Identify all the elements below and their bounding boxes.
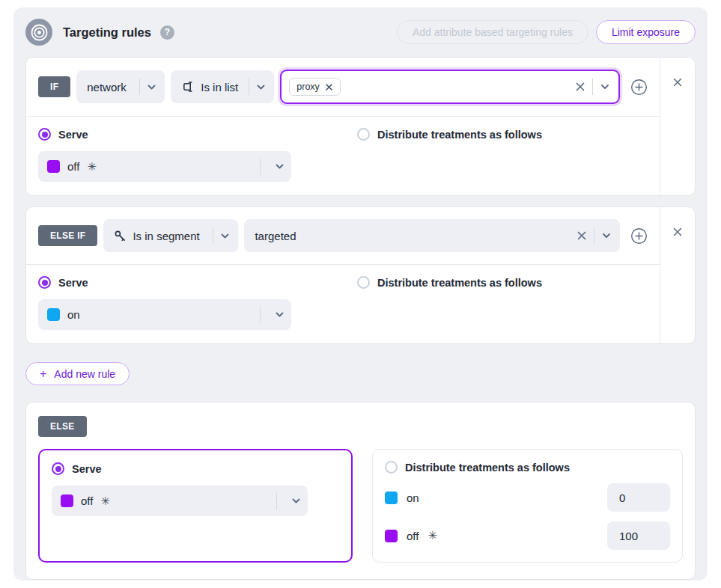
- distribution-row-on: on: [385, 483, 670, 512]
- chevron-down-icon[interactable]: [599, 81, 611, 93]
- rule1-values-input[interactable]: proxy: [280, 70, 620, 104]
- panel-header: Targeting rules ? Add attribute based ta…: [25, 15, 696, 49]
- rule1-serve-radio[interactable]: [38, 128, 51, 141]
- delete-rule-icon[interactable]: [672, 227, 683, 237]
- treatment-label: on: [407, 491, 419, 504]
- page-title: Targeting rules: [63, 25, 151, 40]
- else-serve-panel: Serve off ✳: [38, 449, 353, 563]
- treatment-swatch: [47, 160, 60, 173]
- rule1-matcher-value: Is in list: [201, 81, 238, 94]
- rule2-distribute-radio[interactable]: [357, 276, 370, 289]
- rule2-side-column: [660, 207, 695, 343]
- chevron-down-icon[interactable]: [219, 230, 231, 242]
- else-distribute-radio[interactable]: [385, 461, 398, 474]
- targeting-rules-panel: Targeting rules ? Add attribute based ta…: [13, 7, 708, 581]
- rule-card-if: IF network: [25, 57, 696, 196]
- chip-remove-icon[interactable]: [325, 83, 333, 91]
- rule1-serve-area: Serve Distribute treatments as follows o…: [26, 117, 660, 195]
- chevron-down-icon[interactable]: [274, 309, 285, 320]
- rule2-segment-input[interactable]: targeted: [244, 219, 620, 252]
- else-badge: ELSE: [38, 416, 87, 437]
- chevron-down-icon[interactable]: [600, 230, 612, 242]
- add-condition-icon[interactable]: [630, 227, 648, 245]
- rule1-treatment-select[interactable]: off ✳: [38, 151, 291, 182]
- treatment-swatch: [385, 491, 398, 504]
- distribution-row-off: off ✳: [385, 521, 670, 550]
- distribution-percent-input-on[interactable]: [607, 483, 670, 512]
- value-chip: proxy: [289, 78, 341, 96]
- rule2-matcher-select[interactable]: Is in segment: [103, 219, 238, 252]
- rule2-treatment-select[interactable]: on: [38, 299, 291, 330]
- add-new-rule-button[interactable]: + Add new rule: [25, 362, 130, 385]
- chevron-down-icon[interactable]: [255, 82, 267, 93]
- treatment-label: off: [81, 494, 93, 507]
- rule1-condition-row: IF network: [26, 58, 660, 116]
- rule-card-else: ELSE Serve off ✳: [25, 402, 696, 580]
- rule1-side-column: [660, 58, 695, 195]
- treatment-label: on: [67, 308, 80, 321]
- if-badge: IF: [38, 76, 70, 97]
- serve-label: Serve: [58, 277, 88, 289]
- rule1-attribute-select[interactable]: network: [76, 70, 165, 103]
- rule2-serve-area: Serve Distribute treatments as follows o…: [26, 265, 660, 343]
- segment-value: targeted: [255, 230, 296, 242]
- default-treatment-marker: ✳: [87, 160, 97, 174]
- help-icon[interactable]: ?: [160, 25, 174, 40]
- plus-icon: +: [40, 368, 46, 380]
- rule2-condition-row: ELSE IF Is in segment: [26, 207, 660, 264]
- treatment-label: off: [407, 530, 419, 542]
- add-condition-icon[interactable]: [630, 79, 648, 96]
- treatment-swatch: [61, 494, 73, 507]
- distribute-label: Distribute treatments as follows: [405, 462, 570, 474]
- string-type-icon: [181, 80, 195, 94]
- default-treatment-marker: ✳: [100, 494, 110, 508]
- distribute-label: Distribute treatments as follows: [377, 129, 542, 141]
- delete-rule-icon[interactable]: [672, 77, 683, 88]
- treatment-swatch: [385, 530, 398, 542]
- rule2-serve-radio[interactable]: [38, 276, 51, 289]
- clear-icon[interactable]: [576, 230, 588, 242]
- rule1-distribute-radio[interactable]: [357, 128, 370, 141]
- rule2-matcher-value: Is in segment: [133, 230, 199, 242]
- serve-label: Serve: [58, 129, 88, 141]
- add-new-rule-label: Add new rule: [54, 368, 115, 380]
- limit-exposure-button[interactable]: Limit exposure: [596, 20, 696, 44]
- chip-label: proxy: [296, 82, 320, 92]
- chevron-down-icon[interactable]: [274, 161, 285, 172]
- distribute-label: Distribute treatments as follows: [377, 277, 542, 289]
- key-icon: [114, 230, 127, 242]
- default-treatment-marker: ✳: [428, 529, 437, 542]
- rule1-matcher-select[interactable]: Is in list: [171, 70, 274, 103]
- chevron-down-icon[interactable]: [146, 82, 157, 93]
- distribution-percent-input-off[interactable]: [607, 521, 670, 550]
- treatment-swatch: [47, 308, 60, 321]
- treatment-label: off: [67, 160, 79, 173]
- serve-label: Serve: [72, 463, 102, 475]
- rule-card-else-if: ELSE IF Is in segment: [25, 206, 696, 344]
- else-distribute-panel: Distribute treatments as follows on off …: [372, 449, 683, 563]
- rule1-attribute-value: network: [87, 81, 127, 94]
- chevron-down-icon[interactable]: [290, 495, 302, 506]
- add-attribute-rules-button[interactable]: Add attribute based targeting rules: [397, 20, 588, 44]
- target-icon: [25, 19, 52, 46]
- else-serve-radio[interactable]: [52, 462, 64, 475]
- else-if-badge: ELSE IF: [38, 225, 97, 246]
- else-treatment-select[interactable]: off ✳: [52, 486, 308, 516]
- clear-icon[interactable]: [574, 81, 586, 93]
